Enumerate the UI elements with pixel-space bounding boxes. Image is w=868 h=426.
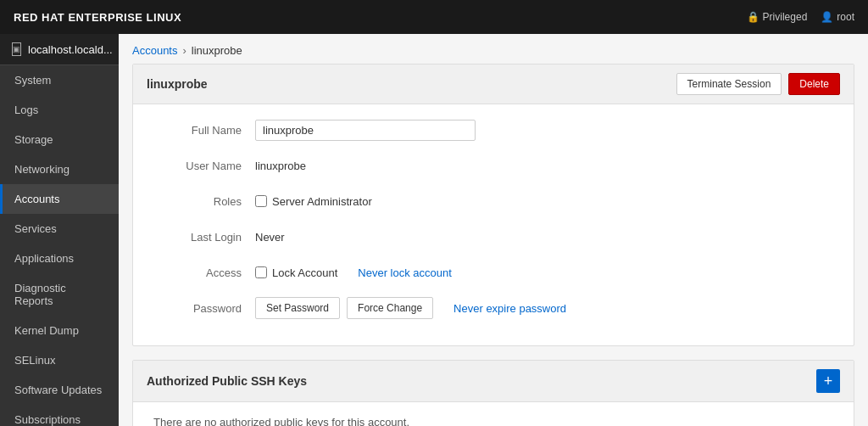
terminate-session-button[interactable]: Terminate Session — [676, 73, 782, 95]
sidebar-item-applications[interactable]: Applications — [0, 244, 119, 273]
content-area: Accounts › linuxprobe linuxprobe Termina… — [119, 34, 868, 426]
sidebar-item-accounts[interactable]: Accounts — [0, 184, 119, 214]
privilege-indicator: 🔒 Privileged — [747, 11, 808, 23]
breadcrumb-current: linuxprobe — [192, 44, 242, 57]
server-admin-label: Server Administrator — [272, 195, 372, 208]
full-name-label: Full Name — [153, 124, 255, 137]
sidebar-item-services[interactable]: Services — [0, 214, 119, 244]
sidebar-item-label: Logs — [14, 104, 38, 116]
breadcrumb: Accounts › linuxprobe — [119, 34, 868, 64]
ssh-card-header: Authorized Public SSH Keys + — [133, 361, 854, 402]
sidebar-item-label: Software Updates — [14, 384, 102, 396]
sidebar-item-selinux[interactable]: SELinux — [0, 345, 119, 375]
topbar-right: 🔒 Privileged 👤 root — [747, 11, 854, 23]
sidebar-item-label: Applications — [14, 252, 74, 265]
access-row: Access Lock Account Never lock account — [153, 261, 833, 284]
sidebar-item-subscriptions[interactable]: Subscriptions — [0, 405, 119, 426]
never-lock-account-link[interactable]: Never lock account — [358, 266, 452, 279]
last-login-value: Never — [255, 231, 285, 244]
lock-account-checkbox-label[interactable]: Lock Account — [255, 266, 337, 279]
privilege-label: Privileged — [763, 11, 808, 23]
ssh-card: Authorized Public SSH Keys + There are n… — [132, 360, 854, 426]
sidebar: ▣ localhost.locald... System Logs Storag… — [0, 34, 119, 426]
lock-account-label: Lock Account — [272, 266, 337, 279]
sidebar-item-label: SELinux — [14, 354, 55, 367]
sidebar-item-label: Storage — [14, 133, 53, 146]
account-card-header: linuxprobe Terminate Session Delete — [133, 64, 854, 104]
delete-button[interactable]: Delete — [788, 73, 840, 95]
force-change-button[interactable]: Force Change — [347, 297, 433, 319]
account-card: linuxprobe Terminate Session Delete Full… — [132, 64, 854, 346]
topbar: RED HAT ENTERPRISE LINUX 🔒 Privileged 👤 … — [0, 0, 868, 34]
sidebar-item-diagnostic-reports[interactable]: Diagnostic Reports — [0, 273, 119, 316]
roles-row: Roles Server Administrator — [153, 189, 833, 213]
account-card-body: Full Name User Name linuxprobe Roles Ser… — [133, 104, 854, 345]
sidebar-item-label: Services — [14, 222, 57, 235]
username-label: User Name — [153, 160, 255, 172]
sidebar-item-label: Networking — [14, 163, 70, 176]
sidebar-item-networking[interactable]: Networking — [0, 154, 119, 184]
sidebar-item-label: Subscriptions — [14, 413, 81, 426]
set-password-button[interactable]: Set Password — [255, 297, 340, 319]
sidebar-item-storage[interactable]: Storage — [0, 125, 119, 154]
ssh-empty-message: There are no authorized public keys for … — [133, 402, 854, 426]
main-layout: ▣ localhost.locald... System Logs Storag… — [0, 34, 868, 426]
breadcrumb-separator: › — [182, 44, 186, 57]
sidebar-host[interactable]: ▣ localhost.locald... — [0, 34, 119, 65]
brand-title: RED HAT ENTERPRISE LINUX — [14, 11, 181, 24]
sidebar-item-kernel-dump[interactable]: Kernel Dump — [0, 316, 119, 345]
breadcrumb-parent-link[interactable]: Accounts — [132, 44, 177, 57]
server-admin-checkbox[interactable] — [255, 195, 267, 207]
sidebar-item-label: Accounts — [14, 193, 59, 205]
password-label: Password — [153, 302, 255, 315]
add-ssh-key-button[interactable]: + — [816, 369, 840, 393]
ssh-card-title: Authorized Public SSH Keys — [147, 374, 307, 388]
sidebar-item-label: Kernel Dump — [14, 324, 79, 337]
last-login-row: Last Login Never — [153, 225, 833, 249]
sidebar-item-system[interactable]: System — [0, 65, 119, 95]
full-name-input[interactable] — [255, 120, 476, 141]
last-login-label: Last Login — [153, 231, 255, 244]
full-name-row: Full Name — [153, 118, 833, 142]
sidebar-item-label: System — [14, 74, 51, 87]
password-row: Password Set Password Force Change Never… — [153, 296, 833, 320]
user-icon: 👤 — [821, 11, 833, 23]
account-card-title: linuxprobe — [147, 77, 208, 91]
sidebar-item-software-updates[interactable]: Software Updates — [0, 375, 119, 405]
roles-label: Roles — [153, 195, 255, 208]
user-indicator: 👤 root — [821, 11, 854, 23]
password-actions: Set Password Force Change — [255, 297, 433, 319]
account-card-actions: Terminate Session Delete — [676, 73, 840, 95]
never-expire-password-link[interactable]: Never expire password — [453, 302, 566, 315]
access-label: Access — [153, 266, 255, 279]
user-label: root — [837, 11, 854, 23]
lock-icon: 🔒 — [747, 11, 760, 23]
username-value: linuxprobe — [255, 160, 306, 172]
sidebar-item-label: Diagnostic Reports — [14, 282, 66, 307]
username-row: User Name linuxprobe — [153, 154, 833, 177]
host-icon: ▣ — [12, 42, 21, 56]
sidebar-item-logs[interactable]: Logs — [0, 95, 119, 125]
sidebar-host-label: localhost.locald... — [28, 43, 113, 56]
lock-account-checkbox[interactable] — [255, 266, 267, 278]
server-admin-checkbox-label[interactable]: Server Administrator — [255, 195, 372, 208]
